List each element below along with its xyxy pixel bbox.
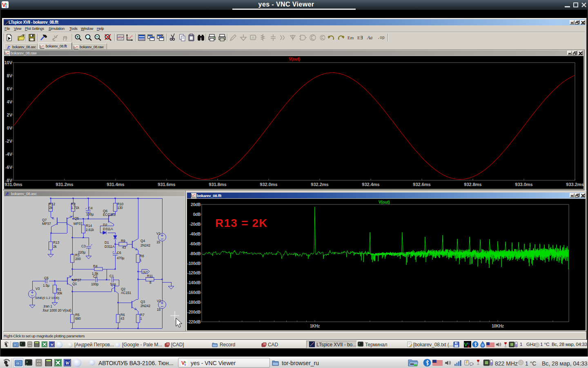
svg-text:8: 8 [149,280,151,285]
svg-text:2k: 2k [53,245,57,249]
svg-text:ECG101: ECG101 [103,213,116,217]
svg-text:A: A [252,36,254,40]
svg-text:15: 15 [156,240,160,244]
svg-text:V1: V1 [156,231,160,236]
svg-text:R4: R4 [93,264,98,268]
svg-text:Aa: Aa [367,35,372,40]
svg-text:200: 200 [75,257,81,261]
svg-text:SINE(0 1.2 1000): SINE(0 1.2 1000) [35,296,59,300]
svg-text:2k: 2k [49,206,53,210]
svg-text:Em: Em [347,35,354,40]
svg-text:MP37: MP37 [42,222,51,226]
svg-text:c: c [185,363,187,366]
svg-text:AC151: AC151 [121,291,131,295]
svg-text:C1: C1 [109,274,114,278]
svg-text:E∃: E∃ [357,35,363,40]
svg-text:C6: C6 [117,251,121,255]
svg-text:R14: R14 [86,224,92,228]
svg-text:30k: 30k [57,291,62,295]
svg-text:1.71k: 1.71k [71,206,80,210]
svg-text:.tran 1: .tran 1 [43,304,52,308]
svg-text:OUT: OUT [143,271,148,274]
svg-text:.four 1000 20 V(out): .four 1000 20 V(out) [42,308,71,312]
svg-text:1: 1 [140,316,142,321]
svg-text:130: 130 [117,206,123,210]
svg-text:MP37: MP37 [74,222,82,226]
svg-text:C4: C4 [88,206,93,210]
svg-text:V3: V3 [36,287,40,291]
svg-text:1.5µ: 1.5µ [43,283,49,287]
svg-text:R8: R8 [140,254,144,258]
svg-text:470µ: 470µ [117,256,125,260]
svg-text:C5: C5 [44,276,49,280]
svg-text:15: 15 [157,307,161,312]
svg-text:C3: C3 [81,244,86,248]
svg-text:D311A: D311A [103,227,113,231]
svg-text:2N242: 2N242 [140,304,151,308]
svg-text:100p: 100p [91,282,99,286]
svg-text:Q1: Q1 [72,282,77,286]
svg-text:Q3: Q3 [140,300,145,304]
svg-text:.op: .op [377,36,385,40]
svg-text:D311A: D311A [105,245,115,249]
svg-text:R9: R9 [121,239,125,243]
svg-text:2N242: 2N242 [140,243,151,247]
svg-text:680: 680 [75,316,81,321]
svg-text:V2: V2 [157,299,161,303]
svg-text:R11: R11 [147,274,153,278]
svg-text:100µ: 100µ [86,212,94,216]
svg-text:43: 43 [120,316,125,321]
svg-text:Q4: Q4 [140,239,145,243]
svg-text:c: c [5,4,7,8]
svg-text:C2: C2 [93,274,98,278]
svg-text:Q5: Q5 [74,216,79,220]
svg-text:c: c [468,344,470,348]
svg-text:2.61k: 2.61k [86,228,94,232]
svg-text:43: 43 [122,245,126,249]
svg-text:W: W [65,361,70,366]
svg-text:R13: R13 [53,240,59,245]
svg-text:D2: D2 [103,223,107,227]
svg-text:W: W [50,343,54,347]
svg-text:D1: D1 [105,240,109,245]
svg-text:1: 1 [140,258,142,262]
